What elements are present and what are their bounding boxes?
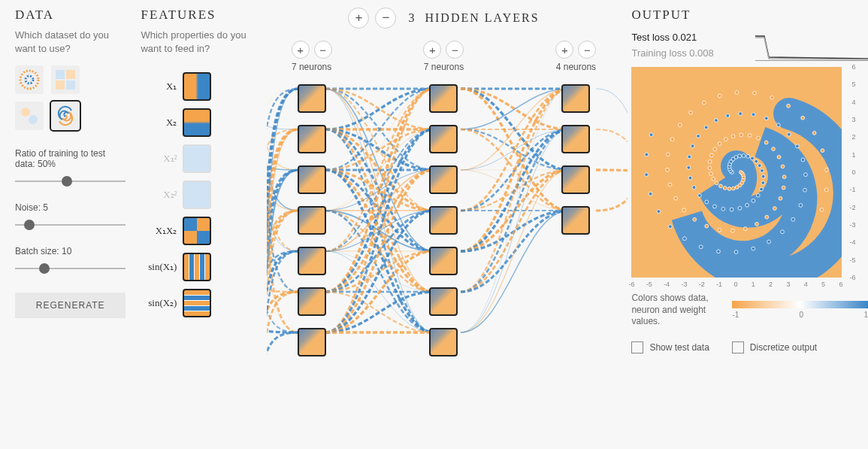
- neuron-count-2: 4 neurons: [556, 62, 596, 72]
- svg-point-103: [715, 119, 718, 123]
- svg-point-18: [727, 187, 731, 191]
- remove-neuron-0[interactable]: −: [314, 41, 332, 59]
- svg-point-35: [772, 147, 776, 151]
- svg-point-111: [801, 158, 805, 162]
- remove-layer-button[interactable]: −: [375, 8, 396, 29]
- svg-point-46: [718, 228, 721, 232]
- feature-toggle-0[interactable]: [183, 72, 211, 101]
- svg-point-64: [813, 131, 817, 135]
- noise-slider[interactable]: [15, 217, 126, 232]
- add-neuron-1[interactable]: +: [423, 41, 441, 59]
- neuron-2-0[interactable]: [561, 84, 590, 113]
- svg-point-29: [724, 138, 728, 141]
- svg-point-7: [29, 115, 38, 124]
- svg-rect-5: [66, 80, 75, 89]
- neuron-1-2[interactable]: [429, 165, 458, 194]
- neuron-2-3[interactable]: [561, 206, 590, 235]
- feature-toggle-2[interactable]: [183, 144, 211, 173]
- loss-chart: [755, 35, 868, 61]
- neuron-0-0[interactable]: [298, 84, 326, 113]
- show-test-checkbox[interactable]: Show test data: [631, 341, 709, 353]
- svg-point-108: [777, 123, 781, 127]
- feature-toggle-6[interactable]: [183, 289, 211, 317]
- neuron-0-5[interactable]: [298, 287, 326, 316]
- regenerate-button[interactable]: REGENERATE: [15, 293, 126, 318]
- svg-point-80: [751, 156, 755, 160]
- feature-toggle-3[interactable]: [183, 181, 211, 209]
- add-neuron-2[interactable]: +: [555, 41, 573, 59]
- svg-point-65: [821, 149, 824, 153]
- neuron-1-3[interactable]: [429, 206, 458, 235]
- svg-point-27: [713, 147, 717, 151]
- svg-point-106: [752, 113, 756, 117]
- neuron-1-1[interactable]: [429, 125, 458, 153]
- neuron-1-0[interactable]: [429, 84, 458, 113]
- discretize-checkbox[interactable]: Discretize output: [732, 341, 817, 353]
- svg-point-44: [744, 227, 748, 231]
- svg-point-76: [734, 156, 738, 159]
- features-title: FEATURES: [141, 8, 266, 23]
- svg-point-50: [674, 196, 678, 200]
- neuron-1-6[interactable]: [429, 328, 458, 356]
- svg-point-87: [757, 193, 761, 197]
- feature-label: sin(X₂): [141, 297, 183, 309]
- svg-point-36: [778, 155, 782, 159]
- svg-point-62: [787, 104, 791, 108]
- svg-point-25: [709, 160, 712, 164]
- svg-point-98: [687, 165, 691, 169]
- neuron-0-6[interactable]: [298, 328, 326, 356]
- svg-point-83: [761, 169, 764, 173]
- svg-point-26: [710, 153, 714, 157]
- svg-point-110: [796, 144, 800, 148]
- remove-neuron-1[interactable]: −: [446, 41, 464, 59]
- dataset-circle[interactable]: [15, 65, 44, 94]
- neuron-0-3[interactable]: [298, 206, 326, 235]
- neuron-2-2[interactable]: [561, 165, 590, 194]
- svg-point-95: [698, 194, 702, 198]
- svg-point-38: [783, 175, 787, 179]
- svg-point-123: [669, 225, 673, 229]
- svg-point-118: [752, 247, 755, 250]
- svg-point-40: [779, 196, 782, 200]
- dataset-picker: [15, 65, 126, 130]
- svg-point-17: [732, 187, 736, 190]
- output-plot[interactable]: -6-5-4-3-2-10123456-6-5-4-3-2-10123456: [631, 67, 842, 278]
- add-layer-button[interactable]: +: [348, 8, 369, 29]
- svg-point-51: [669, 183, 673, 187]
- svg-point-89: [746, 203, 749, 207]
- svg-point-32: [749, 134, 752, 138]
- neuron-0-1[interactable]: [298, 125, 326, 153]
- svg-point-101: [697, 135, 700, 138]
- svg-point-120: [717, 250, 721, 253]
- svg-point-22: [712, 177, 715, 181]
- neuron-count-0: 7 neurons: [292, 62, 331, 72]
- neuron-0-4[interactable]: [298, 247, 326, 275]
- batch-label: Batch size: 10: [15, 246, 126, 256]
- feature-label: X₁X₂: [141, 225, 183, 237]
- neuron-0-2[interactable]: [298, 165, 326, 194]
- feature-toggle-4[interactable]: [183, 217, 211, 245]
- svg-point-59: [735, 91, 739, 95]
- data-title: DATA: [15, 8, 126, 23]
- svg-point-68: [821, 208, 824, 211]
- feature-toggle-5[interactable]: [183, 253, 211, 281]
- batch-slider[interactable]: [15, 261, 126, 276]
- callout-weights: The outputs are mixed with varying weigh…: [440, 376, 530, 378]
- svg-point-53: [667, 153, 670, 156]
- neuron-2-1[interactable]: [561, 125, 590, 153]
- color-gradient: [732, 301, 868, 308]
- svg-point-116: [781, 230, 785, 234]
- svg-point-1: [26, 76, 33, 83]
- dataset-gauss[interactable]: [15, 102, 44, 130]
- remove-neuron-2[interactable]: −: [578, 41, 596, 59]
- neuron-1-5[interactable]: [429, 287, 458, 316]
- dataset-spiral[interactable]: [51, 102, 80, 130]
- svg-point-41: [773, 207, 777, 211]
- svg-point-79: [746, 155, 750, 159]
- svg-point-57: [703, 101, 706, 105]
- feature-toggle-1[interactable]: [183, 108, 211, 137]
- add-neuron-0[interactable]: +: [292, 41, 310, 59]
- dataset-xor[interactable]: [51, 65, 80, 94]
- neuron-1-4[interactable]: [429, 247, 458, 275]
- ratio-slider[interactable]: [15, 174, 126, 189]
